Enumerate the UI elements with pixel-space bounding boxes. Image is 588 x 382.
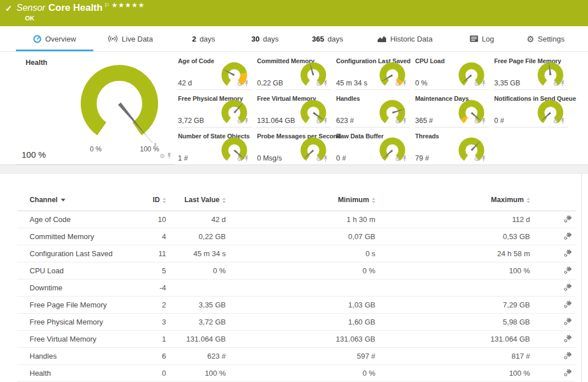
gauge-tile[interactable]: Maintenance Days365 #⚙ (415, 92, 489, 128)
pin-icon[interactable] (402, 154, 407, 163)
column-header-channel[interactable]: Channel (17, 190, 138, 211)
tab-number: 365 (312, 35, 324, 43)
channel-settings-icon[interactable] (564, 285, 572, 293)
channel-name[interactable]: Free Physical Memory (17, 314, 138, 331)
tab-historic-data[interactable]: Historic Data (376, 26, 433, 51)
gear-icon[interactable]: ⚙ (316, 118, 321, 125)
gauge-tile[interactable]: Probe Messages per Second0 Msg/s⚙ (256, 129, 331, 165)
pin-icon[interactable] (167, 151, 172, 161)
gauge-tile[interactable]: Age of Code42 d⚙ (177, 54, 252, 90)
channel-name[interactable]: Free Virtual Memory (17, 331, 138, 348)
channel-row[interactable]: Committed Memory40,22 GB0,07 GB0,53 GB (17, 228, 575, 245)
channel-settings-icon[interactable] (564, 302, 572, 310)
gauge-tile[interactable]: Free Page File Memory3,35 GB⚙ (494, 54, 568, 90)
pin-icon[interactable] (560, 117, 565, 126)
channel-name[interactable]: Handles (17, 348, 138, 365)
gear-icon[interactable]: ⚙ (474, 118, 479, 125)
health-gauge-chart: x̄ (71, 56, 173, 155)
pin-icon[interactable] (323, 79, 328, 88)
channel-settings-icon[interactable] (564, 268, 572, 276)
channel-row[interactable]: Downtime-4 (17, 280, 575, 297)
gauge-tile[interactable]: Raw Data Buffer0 #⚙ (336, 129, 410, 165)
column-header-id[interactable]: ID (138, 190, 166, 211)
pin-icon[interactable] (323, 117, 328, 126)
channel-minimum: 0 % (226, 262, 375, 280)
gauge-scale-max-label: 100 % (140, 145, 159, 153)
channel-minimum: 1 h 30 m (226, 211, 375, 228)
channel-settings-icon[interactable] (564, 370, 572, 379)
column-header-maximum[interactable]: Maximum (375, 190, 530, 211)
tab-days30[interactable]: 30days (249, 26, 281, 51)
gear-icon[interactable]: ⚙ (474, 156, 479, 162)
gauge-tile[interactable]: Configuration Last Saved45 m 34 s⚙ (336, 54, 410, 90)
tab-log[interactable]: Log (469, 26, 495, 51)
pin-icon[interactable] (402, 117, 407, 126)
pin-icon[interactable] (402, 79, 407, 88)
gear-icon[interactable]: ⚙ (316, 156, 321, 162)
health-gauge-tile[interactable]: Health x̄ 0 % 100 % 100 % ⚙ (16, 54, 174, 165)
gauge-tile[interactable]: CPU Load0 %⚙ (415, 54, 489, 90)
channel-settings-icon[interactable] (564, 216, 572, 225)
channel-row[interactable]: Health0100 %0 %100 % (17, 365, 575, 382)
tab-overview[interactable]: Overview (16, 26, 93, 51)
gear-icon[interactable]: ⚙ (395, 118, 400, 125)
gear-icon[interactable]: ⚙ (553, 81, 558, 87)
gauge-tile[interactable]: Free Virtual Memory131.064 GB⚙ (256, 92, 331, 128)
channel-settings-icon[interactable] (564, 250, 572, 259)
channel-settings-cell (530, 262, 575, 280)
channel-name[interactable]: Health (17, 365, 138, 382)
gear-icon[interactable]: ⚙ (237, 81, 242, 87)
channel-row[interactable]: CPU Load50 %0 %100 % (17, 262, 575, 280)
gauge-tile[interactable]: Committed Memory0,22 GB⚙ (256, 54, 331, 90)
gear-icon[interactable]: ⚙ (395, 81, 400, 87)
tab-days2[interactable]: 2days (188, 26, 220, 51)
channel-settings-icon[interactable] (564, 233, 572, 242)
channel-settings-icon[interactable] (564, 336, 572, 344)
channel-name[interactable]: Age of Code (17, 211, 138, 228)
gauge-tile[interactable]: Handles623 #⚙ (336, 92, 410, 128)
pin-icon[interactable] (481, 79, 486, 88)
gauge-tile[interactable]: Number of State Objects1 #⚙ (177, 129, 252, 165)
channel-name[interactable]: Configuration Last Saved (17, 245, 138, 262)
pin-icon[interactable] (244, 154, 249, 163)
pin-icon[interactable] (323, 154, 328, 163)
channel-settings-cell (530, 314, 575, 331)
channel-row[interactable]: Handles6623 #597 #817 # (17, 348, 575, 365)
tab-live-data[interactable]: Live Data (97, 26, 164, 51)
gauge-tile[interactable]: Free Physical Memory3,72 GB⚙ (177, 92, 252, 128)
pin-icon[interactable] (481, 117, 486, 126)
gear-icon[interactable]: ⚙ (395, 156, 400, 162)
channel-row[interactable]: Age of Code1042 d1 h 30 m112 d (17, 211, 575, 228)
channel-name[interactable]: Downtime (17, 280, 138, 297)
gauge-tile[interactable]: Notifications in Send Queue0 #⚙ (494, 92, 568, 128)
pin-icon[interactable] (560, 79, 565, 88)
channel-name[interactable]: Committed Memory (17, 228, 138, 245)
gauge-tile-actions: ⚙ (316, 154, 328, 163)
column-header-last-value[interactable]: Last Value (166, 190, 226, 211)
pin-icon[interactable] (244, 79, 249, 88)
gear-icon[interactable]: ⚙ (159, 153, 165, 159)
gear-icon[interactable]: ⚙ (237, 156, 242, 162)
tab-days365[interactable]: 365days (312, 26, 343, 51)
gauge-tile[interactable]: Threads79 #⚙ (415, 129, 489, 165)
sensor-overview-page: ✓ Sensor Core Health ⚐ ★★★★★ OK Overview… (0, 0, 588, 382)
gear-icon[interactable]: ⚙ (316, 81, 321, 87)
gear-icon[interactable]: ⚙ (474, 81, 479, 87)
channel-row[interactable]: Free Virtual Memory1131.064 GB131.063 GB… (17, 331, 575, 348)
priority-stars[interactable]: ★★★★★ (111, 1, 145, 9)
channel-settings-cell (530, 297, 575, 314)
channel-row[interactable]: Free Physical Memory33,72 GB1,60 GB5,98 … (17, 314, 575, 331)
channel-settings-icon[interactable] (564, 319, 572, 327)
channel-name[interactable]: Free Page File Memory (17, 297, 138, 314)
channel-row[interactable]: Configuration Last Saved1145 m 34 s0 s24… (17, 245, 575, 262)
channel-settings-icon[interactable] (564, 353, 572, 362)
gear-icon[interactable]: ⚙ (237, 118, 242, 125)
scrollbar-gutter[interactable] (581, 174, 588, 382)
tab-settings[interactable]: ⚙Settings (525, 26, 566, 51)
gear-icon[interactable]: ⚙ (553, 118, 558, 125)
channel-name[interactable]: CPU Load (17, 262, 138, 280)
channel-row[interactable]: Free Page File Memory23,35 GB1,03 GB7,29… (17, 297, 575, 314)
pin-icon[interactable] (481, 154, 486, 163)
column-header-minimum[interactable]: Minimum (226, 190, 375, 211)
pin-icon[interactable] (244, 117, 249, 126)
